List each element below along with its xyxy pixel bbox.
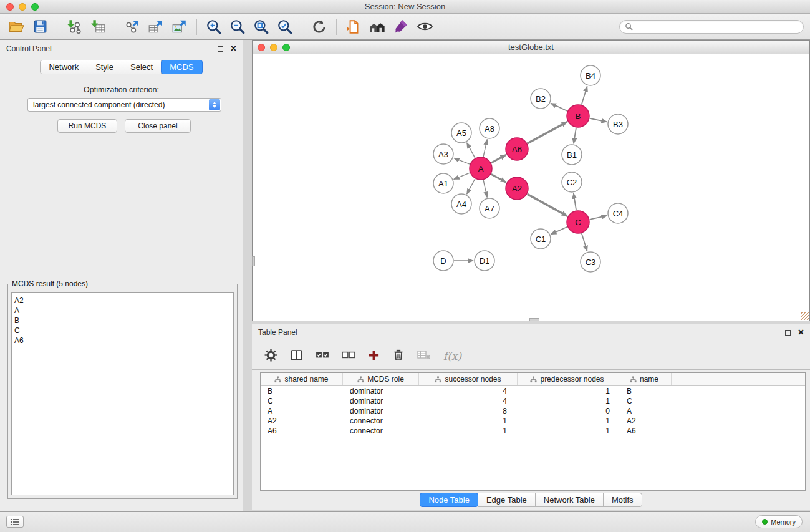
tab-mcds[interactable]: MCDS: [161, 60, 202, 74]
graph-node-B[interactable]: B: [567, 105, 589, 127]
style-brush-icon[interactable]: [391, 17, 411, 37]
tab-select[interactable]: Select: [122, 60, 162, 74]
graph-node-A3[interactable]: A3: [433, 144, 453, 164]
criterion-dropdown[interactable]: largest connected component (directed): [27, 98, 221, 112]
close-panel-icon[interactable]: ×: [798, 329, 804, 336]
mcds-result-item[interactable]: A2: [14, 296, 231, 306]
graph-edge-C-C3[interactable]: [582, 233, 587, 251]
graph-node-C4[interactable]: C4: [608, 203, 628, 223]
graph-edge-B-B4[interactable]: [582, 86, 587, 105]
column-header-mcds-role[interactable]: MCDS role: [343, 373, 419, 385]
graph-edge-B-B2[interactable]: [551, 104, 567, 111]
save-session-icon[interactable]: [30, 17, 50, 37]
search-field[interactable]: [619, 20, 804, 34]
graph-edge-A6-B[interactable]: [528, 122, 567, 144]
graph-edge-B-B3[interactable]: [590, 118, 607, 122]
graph-edge-A-A3[interactable]: [454, 158, 470, 164]
graph-node-A8[interactable]: A8: [480, 118, 499, 138]
function-builder-icon[interactable]: f(x): [443, 350, 461, 362]
tab-node-table[interactable]: Node Table: [420, 493, 478, 507]
column-header-predecessor-nodes[interactable]: predecessor nodes: [518, 373, 617, 385]
graph-node-A[interactable]: A: [470, 157, 492, 180]
zoom-in-icon[interactable]: [204, 17, 224, 37]
zoom-selected-icon[interactable]: [275, 17, 295, 37]
table-settings-gear-icon[interactable]: [264, 349, 277, 364]
open-document-icon[interactable]: [344, 17, 364, 37]
table-cell[interactable]: 1: [518, 397, 617, 405]
table-cell[interactable]: dominator: [343, 387, 419, 395]
zoom-fit-icon[interactable]: [251, 17, 271, 37]
table-cell[interactable]: connector: [343, 417, 419, 425]
graph-edge-A-A2[interactable]: [491, 174, 506, 182]
show-columns-icon[interactable]: [290, 349, 303, 364]
table-row[interactable]: C dominator 4 1 C: [261, 396, 805, 406]
graph-node-C1[interactable]: C1: [531, 229, 551, 249]
add-column-icon[interactable]: [368, 349, 380, 363]
table-cell[interactable]: B: [261, 387, 343, 395]
import-table-icon[interactable]: [88, 17, 108, 37]
graph-edge-A2-C[interactable]: [528, 194, 567, 216]
graph-edge-B-B1[interactable]: [574, 128, 576, 143]
import-network-icon[interactable]: [64, 17, 84, 37]
table-cell[interactable]: 4: [419, 387, 518, 395]
mcds-result-item[interactable]: A6: [14, 336, 231, 346]
export-network-icon[interactable]: [122, 17, 142, 37]
table-cell[interactable]: A: [261, 407, 343, 415]
table-row[interactable]: A dominator 8 0 A: [261, 406, 805, 416]
tab-style[interactable]: Style: [87, 60, 122, 74]
graph-node-C2[interactable]: C2: [562, 172, 582, 192]
splitter-handle[interactable]: [529, 318, 539, 321]
select-all-columns-icon[interactable]: [316, 348, 329, 364]
table-cell[interactable]: B: [617, 387, 672, 395]
mcds-result-item[interactable]: B: [14, 316, 231, 326]
apply-layout-icon[interactable]: [309, 17, 329, 37]
delete-columns-icon[interactable]: [392, 349, 405, 363]
table-cell[interactable]: 8: [419, 407, 518, 415]
graph-node-A6[interactable]: A6: [506, 138, 528, 160]
table-cell[interactable]: A2: [261, 417, 343, 425]
table-cell[interactable]: 1: [518, 427, 617, 435]
column-header-name[interactable]: name: [617, 373, 672, 385]
table-cell[interactable]: dominator: [343, 397, 419, 405]
open-session-icon[interactable]: [6, 17, 26, 37]
graph-edge-C-C4[interactable]: [590, 216, 607, 220]
graph-node-C[interactable]: C: [567, 211, 589, 233]
column-header-successor-nodes[interactable]: successor nodes: [419, 373, 518, 385]
graph-node-B2[interactable]: B2: [531, 89, 551, 109]
show-graphics-details-icon[interactable]: [415, 17, 435, 37]
tab-network-table[interactable]: Network Table: [535, 493, 604, 507]
search-input[interactable]: [636, 22, 798, 31]
tab-edge-table[interactable]: Edge Table: [478, 493, 536, 507]
graph-node-B4[interactable]: B4: [581, 65, 600, 85]
graph-edge-A-A8[interactable]: [483, 140, 487, 157]
graph-edge-A-A1[interactable]: [454, 173, 470, 179]
table-cell[interactable]: A6: [617, 427, 672, 435]
table-row[interactable]: B dominator 4 1 B: [261, 386, 805, 396]
task-history-button[interactable]: [6, 516, 24, 528]
table-cell[interactable]: C: [617, 397, 672, 405]
graph-node-A1[interactable]: A1: [433, 173, 453, 193]
export-table-icon[interactable]: [146, 17, 166, 37]
float-panel-icon[interactable]: [785, 330, 791, 336]
graph-node-B1[interactable]: B1: [562, 145, 582, 165]
mcds-result-item[interactable]: C: [14, 326, 231, 336]
graph-edge-C-C1[interactable]: [551, 227, 567, 235]
graph-node-A7[interactable]: A7: [480, 198, 499, 218]
network-canvas[interactable]: B4B2BB3A5A8A6B1A3AC2A1A2A4A7C4CC1C3DD1: [253, 54, 809, 321]
table-cell[interactable]: 4: [419, 397, 518, 405]
table-cell[interactable]: connector: [343, 427, 419, 435]
resize-grip-icon[interactable]: [801, 312, 809, 320]
graph-node-B3[interactable]: B3: [608, 114, 628, 134]
graph-node-A4[interactable]: A4: [451, 194, 471, 214]
graph-edge-A-A5[interactable]: [467, 143, 475, 158]
table-cell[interactable]: 0: [518, 407, 617, 415]
graph-node-D[interactable]: D: [433, 251, 453, 271]
table-cell[interactable]: A6: [261, 427, 343, 435]
run-mcds-button[interactable]: Run MCDS: [57, 119, 117, 133]
graph-edge-A-A6[interactable]: [491, 155, 506, 163]
splitter-handle[interactable]: [252, 256, 255, 266]
tab-motifs[interactable]: Motifs: [603, 493, 642, 507]
table-cell[interactable]: dominator: [343, 407, 419, 415]
table-cell[interactable]: 1: [518, 387, 617, 395]
export-image-icon[interactable]: [170, 17, 190, 37]
